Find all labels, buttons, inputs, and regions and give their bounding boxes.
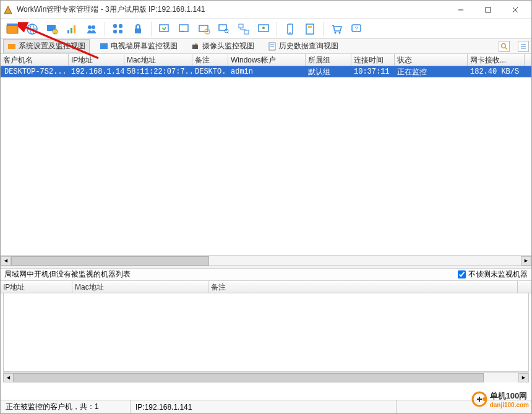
- svg-rect-29: [244, 30, 249, 34]
- col-winuser[interactable]: Windows帐户: [228, 54, 306, 66]
- settings-icon: [7, 42, 16, 51]
- no-detect-label: 不侦测未监视机器: [468, 269, 528, 280]
- svg-rect-23: [199, 25, 208, 32]
- svg-rect-44: [195, 43, 197, 45]
- lower-grid-body[interactable]: [3, 293, 529, 372]
- search-button[interactable]: [499, 41, 510, 52]
- cell-ip: 192.168.1.141: [69, 67, 124, 77]
- window-controls: [447, 1, 529, 19]
- scroll-right-button[interactable]: ►: [521, 256, 531, 265]
- lower-title-text: 局域网中开机但没有被监视的机器列表: [4, 269, 131, 280]
- col-mac[interactable]: Mac地址: [124, 54, 192, 66]
- toolbar-cart-button[interactable]: [328, 21, 345, 37]
- app-icon: [3, 5, 13, 15]
- svg-rect-13: [74, 25, 75, 33]
- svg-rect-43: [192, 45, 198, 49]
- toolbar-users-button[interactable]: [84, 21, 100, 37]
- col-remark[interactable]: 备注: [192, 54, 228, 66]
- tab-camera[interactable]: 摄像头监控视图: [187, 40, 258, 53]
- svg-rect-5: [7, 24, 18, 26]
- svg-point-10: [53, 29, 58, 34]
- toolbar-help-button[interactable]: ?: [348, 21, 364, 37]
- toolbar-separator: [323, 22, 324, 37]
- views-tabbar: 系统设置及监控视图 电视墙屏幕监控视图 摄像头监控视图 历史数据查询视图: [1, 39, 531, 54]
- svg-point-37: [339, 32, 341, 33]
- main-toolbar: ?: [1, 19, 531, 39]
- status-ip: IP:192.168.1.141: [131, 400, 397, 413]
- toolbar-chart-button[interactable]: [64, 21, 80, 37]
- toolbar-grid-button[interactable]: [110, 21, 126, 37]
- svg-point-48: [502, 43, 506, 48]
- col-lower-remark[interactable]: 备注: [208, 281, 518, 293]
- toolbar-screen-arrow-button[interactable]: [157, 21, 173, 37]
- maximize-button[interactable]: [474, 1, 502, 19]
- watermark-text: 单机100网: [490, 391, 528, 400]
- svg-point-31: [262, 27, 265, 29]
- svg-rect-35: [308, 26, 312, 28]
- col-time[interactable]: 连接时间: [351, 54, 395, 66]
- toolbar-globe-button[interactable]: [24, 21, 40, 37]
- list-button[interactable]: [518, 41, 529, 52]
- lower-grid-header: IP地址 Mac地址 备注: [1, 281, 531, 293]
- titlebar: WorkWin管理专家管理端 - 3用户试用版 IP:192.168.1.141: [1, 1, 531, 19]
- svg-rect-22: [179, 25, 188, 32]
- toolbar-monitor-gear-button[interactable]: [44, 21, 60, 37]
- col-ip[interactable]: IP地址: [69, 54, 124, 66]
- scroll-left-button[interactable]: ◄: [1, 256, 11, 265]
- toolbar-cast-button[interactable]: [176, 21, 192, 37]
- svg-rect-4: [7, 25, 18, 33]
- svg-point-15: [92, 25, 95, 29]
- toolbar-network-button[interactable]: [236, 21, 252, 37]
- no-detect-checkbox-input[interactable]: [458, 270, 466, 278]
- col-group[interactable]: 所属组: [306, 54, 351, 66]
- svg-rect-11: [67, 30, 69, 33]
- tab-label: 系统设置及监控视图: [19, 41, 85, 51]
- cell-winuser: admin: [228, 67, 306, 77]
- toolbar-search-screen-button[interactable]: [216, 21, 232, 37]
- svg-rect-1: [486, 7, 491, 12]
- tab-system-settings[interactable]: 系统设置及监控视图: [3, 39, 90, 53]
- tab-history[interactable]: 历史数据查询视图: [264, 40, 342, 53]
- svg-rect-12: [71, 28, 72, 33]
- lower-grid-hscroll[interactable]: ◄ ►: [3, 372, 529, 382]
- main-grid-body[interactable]: DESKTOP-7S2... 192.168.1.141 58:11:22:07…: [1, 66, 531, 255]
- statusbar: 正在被监控的客户机，共：1 IP:192.168.1.141: [1, 400, 531, 413]
- col-client-name[interactable]: 客户机名: [1, 54, 69, 66]
- col-status[interactable]: 状态: [395, 54, 468, 66]
- scroll-right-button[interactable]: ►: [518, 373, 529, 382]
- table-row[interactable]: DESKTOP-7S2... 192.168.1.141 58:11:22:07…: [1, 66, 531, 77]
- svg-rect-17: [119, 24, 122, 28]
- toolbar-remote-button[interactable]: [196, 21, 212, 37]
- toolbar-display-button[interactable]: [255, 21, 272, 37]
- toolbar-settings-button[interactable]: [4, 21, 20, 37]
- svg-rect-41: [100, 43, 108, 49]
- status-monitored-count: 正在被监控的客户机，共：1: [1, 400, 131, 413]
- col-lower-ip[interactable]: IP地址: [1, 281, 72, 293]
- col-nic[interactable]: 网卡接收...: [468, 54, 525, 66]
- svg-point-14: [88, 25, 92, 29]
- list-icon: [520, 43, 527, 50]
- tab-label: 电视墙屏幕监控视图: [111, 41, 178, 51]
- minimize-button[interactable]: [447, 1, 474, 19]
- toolbar-lock-button[interactable]: [130, 21, 146, 37]
- svg-rect-19: [119, 30, 122, 33]
- cell-remark: DESKTO...: [192, 67, 228, 77]
- cell-time: 10:37:11: [351, 67, 395, 77]
- svg-rect-20: [135, 28, 141, 33]
- toolbar-doc-button[interactable]: [302, 21, 318, 37]
- document-icon: [268, 42, 277, 51]
- tab-label: 历史数据查询视图: [279, 41, 338, 51]
- toolbar-phone-button[interactable]: [282, 21, 298, 37]
- main-grid-hscroll[interactable]: ◄ ►: [1, 255, 531, 265]
- close-button[interactable]: [502, 1, 529, 19]
- scroll-thumb[interactable]: [14, 373, 484, 382]
- svg-text:?: ?: [354, 25, 358, 32]
- toolbar-separator: [277, 22, 277, 37]
- tab-tv-wall[interactable]: 电视墙屏幕监控视图: [96, 40, 181, 53]
- camera-icon: [191, 42, 200, 51]
- scroll-left-button[interactable]: ◄: [3, 373, 14, 382]
- no-detect-checkbox[interactable]: 不侦测未监视机器: [458, 269, 528, 280]
- scroll-thumb[interactable]: [11, 256, 209, 265]
- monitor-icon: [100, 42, 108, 51]
- col-lower-mac[interactable]: Mac地址: [72, 281, 208, 293]
